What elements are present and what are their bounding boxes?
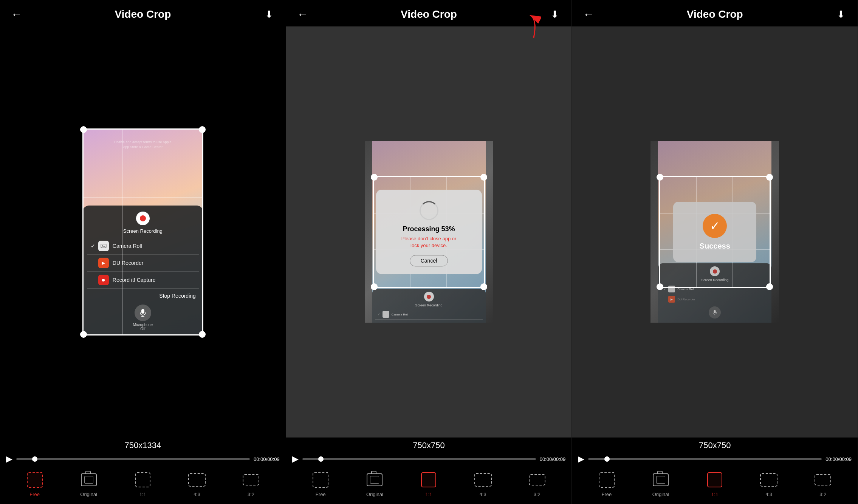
- cancel-button[interactable]: Cancel: [410, 255, 448, 267]
- aspect-4x3-3[interactable]: 4:3: [759, 470, 779, 497]
- aspect-original-2[interactable]: Original: [365, 470, 384, 497]
- dimensions-1: 750x1334: [0, 438, 286, 452]
- du-recorder-label: DU Recorder: [113, 260, 144, 266]
- original-label-3: Original: [652, 492, 669, 497]
- crop-container-2: Screen Recording ✓ Camera Roll: [365, 141, 493, 323]
- cc-item-record-it[interactable]: ✓ ⏺ Record it! Capture: [87, 272, 199, 289]
- video-area-2: Screen Recording ✓ Camera Roll: [286, 26, 572, 438]
- timeline-track-2[interactable]: [302, 458, 536, 460]
- processing-subtitle: Please don't close app orlock your devic…: [401, 235, 457, 249]
- success-checkmark: ✓: [710, 219, 720, 233]
- panel-title-1: Video Crop: [24, 8, 262, 20]
- camera-roll-label: Camera Roll: [113, 243, 142, 249]
- timeline-time-3: 00:00/00:09: [825, 456, 852, 462]
- timeline-track-1[interactable]: [16, 458, 250, 460]
- no-check: ✓: [91, 260, 98, 266]
- play-button-3[interactable]: ▶: [578, 454, 584, 464]
- timeline-time-2: 00:00/00:09: [540, 456, 566, 462]
- svg-rect-6: [714, 310, 716, 313]
- small-record-dot: [427, 295, 431, 299]
- original-icon-2: [367, 473, 383, 486]
- cc-item-camera-roll[interactable]: ✓ Camera Roll: [87, 238, 199, 255]
- stop-recording-label: Stop Recording: [159, 293, 196, 299]
- panel-3: ← Video Crop ⬇ Screen Recording ✓: [572, 0, 858, 504]
- dimensions-text-2: 750x750: [413, 441, 444, 450]
- panel-2: ← Video Crop ⬇: [286, 0, 572, 504]
- 3x2-icon-wrapper: [241, 470, 261, 490]
- record-dot: [140, 215, 146, 221]
- record-button: [136, 212, 150, 225]
- play-button-2[interactable]: ▶: [292, 454, 299, 464]
- free-label-1: Free: [29, 492, 40, 497]
- aspect-3x2-1[interactable]: 3:2: [241, 470, 261, 497]
- aspect-1x1-2[interactable]: 1:1: [419, 470, 438, 497]
- aspect-free-3[interactable]: Free: [597, 470, 616, 497]
- aspect-free-2[interactable]: Free: [311, 470, 330, 497]
- small-record-btn: [424, 292, 434, 301]
- success-overlay: ✓ Success: [673, 202, 756, 262]
- stop-recording-row: Stop Recording: [87, 289, 199, 301]
- timeline-thumb-1[interactable]: [32, 456, 37, 462]
- dimensions-3: 750x750: [572, 438, 858, 452]
- cc-item-du-recorder[interactable]: ✓ ▶ DU Recorder: [87, 255, 199, 272]
- aspect-3x2-2[interactable]: 3:2: [527, 470, 547, 497]
- 4x3-icon-wrapper: [187, 470, 207, 490]
- timeline-time-1: 00:00/00:09: [254, 456, 280, 462]
- play-button-1[interactable]: ▶: [6, 454, 12, 464]
- free-icon: [27, 472, 43, 488]
- 3x2-icon-2: [529, 474, 545, 485]
- download-button-3[interactable]: ⬇: [833, 7, 849, 22]
- back-button-1[interactable]: ←: [9, 7, 24, 22]
- panel-title-2: Video Crop: [310, 8, 548, 20]
- processing-dialog: Processing 53% Please don't close app or…: [376, 190, 482, 274]
- check-icon: ✓: [91, 243, 98, 249]
- aspect-4x3-1[interactable]: 4:3: [187, 470, 207, 497]
- 3x2-label-1: 3:2: [248, 492, 254, 497]
- dimensions-text-1: 750x1334: [125, 441, 161, 450]
- timeline-thumb-3[interactable]: [604, 456, 610, 462]
- original-label-2: Original: [366, 492, 383, 497]
- aspect-free-1[interactable]: Free: [25, 470, 45, 497]
- download-button-1[interactable]: ⬇: [262, 7, 277, 22]
- timeline-track-3[interactable]: [588, 458, 822, 460]
- free-icon-2: [313, 472, 328, 488]
- 4x3-icon: [188, 473, 206, 487]
- 3x2-icon-3: [815, 474, 831, 485]
- video-area-3: Screen Recording ✓ Camera Roll ✓ ▶ DU Re…: [572, 26, 858, 438]
- download-button-2[interactable]: ⬇: [547, 7, 562, 22]
- timeline-3: ▶ 00:00/00:09: [572, 452, 858, 466]
- crop-container-1: Enable and accept terms to use AppleApp …: [82, 128, 203, 335]
- aspect-3x2-3[interactable]: 3:2: [813, 470, 833, 497]
- 3x2-label-2: 3:2: [534, 492, 541, 497]
- mic-button[interactable]: [135, 305, 151, 321]
- success-icon: ✓: [703, 214, 727, 238]
- aspect-1x1-3[interactable]: 1:1: [705, 470, 725, 497]
- free-label-3: Free: [602, 492, 612, 497]
- aspect-1x1-1[interactable]: 1:1: [133, 470, 153, 497]
- aspect-original-1[interactable]: Original: [79, 470, 99, 497]
- camera-roll-icon: [98, 241, 109, 251]
- aspect-4x3-2[interactable]: 4:3: [473, 470, 493, 497]
- dimensions-2: 750x750: [286, 438, 572, 452]
- record-it-label: Record it! Capture: [113, 277, 156, 283]
- 1x1-icon: [135, 472, 150, 487]
- svg-rect-2: [141, 309, 144, 314]
- 4x3-label-3: 4:3: [765, 492, 772, 497]
- du-recorder-icon: ▶: [98, 258, 109, 268]
- 1x1-icon-2: [421, 472, 436, 487]
- timeline-thumb-2[interactable]: [318, 456, 324, 462]
- panel-title-3: Video Crop: [596, 8, 833, 20]
- small-cc-title: Screen Recording: [375, 303, 483, 307]
- aspect-toolbar-2: Free Original 1:1 4:3: [286, 466, 572, 504]
- aspect-original-3[interactable]: Original: [651, 470, 671, 497]
- aspect-toolbar-3: Free Original 1:1 4:3: [572, 466, 858, 504]
- 1x1-label-2: 1:1: [425, 492, 432, 497]
- back-button-3[interactable]: ←: [581, 7, 596, 22]
- original-icon-3: [653, 473, 669, 486]
- header-2: ← Video Crop ⬇: [286, 0, 572, 26]
- small-cc-row1: ✓ Camera Roll: [375, 309, 483, 320]
- panel-1: ← Video Crop ⬇ Enable and accept terms t…: [0, 0, 286, 504]
- 3x2-label-3: 3:2: [819, 492, 826, 497]
- success-label: Success: [700, 242, 730, 250]
- back-button-2[interactable]: ←: [295, 7, 310, 22]
